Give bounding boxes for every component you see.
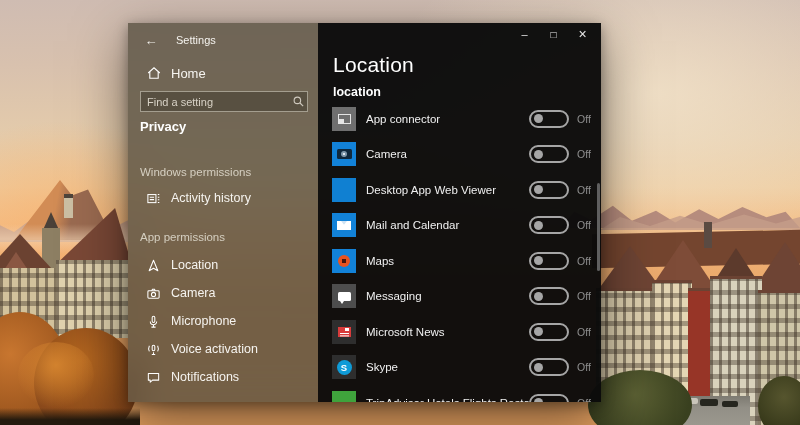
mail-calendar-icon [332, 213, 356, 237]
toggle-messaging[interactable] [529, 287, 569, 305]
section-header-windows-permissions: Windows permissions [140, 166, 251, 178]
sidebar-item-label: Notifications [171, 370, 239, 384]
app-name: Maps [366, 255, 529, 267]
chimney [64, 194, 73, 218]
app-row-maps: Maps Off [332, 243, 597, 279]
app-row-tripadvisor: TripAdvisor Hotels Flights Restaurants O… [332, 385, 597, 402]
toggle-mail-and-calendar[interactable] [529, 216, 569, 234]
app-name: TripAdvisor Hotels Flights Restaurants [366, 397, 529, 402]
toggle-knob [534, 398, 543, 402]
toggle-knob [534, 292, 543, 301]
notifications-icon [145, 369, 162, 386]
app-row-desktop-app-web-viewer: Desktop App Web Viewer Off [332, 172, 597, 208]
chimney-right [704, 222, 712, 248]
toggle-state-label: Off [577, 255, 597, 267]
search-box[interactable] [140, 91, 308, 112]
parked-car-1 [700, 399, 718, 406]
sidebar-item-notifications[interactable]: Notifications [128, 363, 318, 391]
app-name: Mail and Calendar [366, 219, 529, 231]
sidebar-titlebar: ← Settings [128, 23, 318, 57]
shadow-bottom-left [0, 408, 140, 425]
minimize-button[interactable]: – [510, 25, 539, 43]
settings-main-pane: – □ × Location location App connector Of… [318, 23, 601, 402]
app-row-messaging: Messaging Off [332, 279, 597, 315]
desktop-app-web-viewer-icon [332, 178, 356, 202]
sidebar-item-location[interactable]: Location [128, 251, 318, 279]
tripadvisor-icon [332, 391, 356, 402]
toggle-skype[interactable] [529, 358, 569, 376]
toggle-knob [534, 185, 543, 194]
app-row-camera: Camera Off [332, 137, 597, 173]
toggle-state-label: Off [577, 326, 597, 338]
toggle-state-label: Off [577, 219, 597, 231]
sidebar-item-label: Location [171, 258, 218, 272]
maximize-icon: □ [550, 29, 556, 40]
window-title: Settings [176, 34, 216, 46]
sidebar-item-label: Home [171, 66, 206, 81]
section-header-app-permissions: App permissions [140, 231, 225, 243]
app-row-mail-and-calendar: Mail and Calendar Off [332, 208, 597, 244]
app-row-app-connector: App connector Off [332, 101, 597, 137]
close-button[interactable]: × [568, 25, 597, 43]
back-arrow-icon: ← [145, 33, 158, 48]
sidebar-item-microphone[interactable]: Microphone [128, 307, 318, 335]
toggle-desktop-app-web-viewer[interactable] [529, 181, 569, 199]
microsoft-news-icon [332, 320, 356, 344]
toggle-state-label: Off [577, 361, 597, 373]
settings-window: ← Settings Home Privacy Windows permissi… [128, 23, 601, 402]
toggle-knob [534, 221, 543, 230]
toggle-microsoft-news[interactable] [529, 323, 569, 341]
messaging-icon [332, 284, 356, 308]
app-name: Camera [366, 148, 529, 160]
app-name: Microsoft News [366, 326, 529, 338]
building-left-2 [56, 260, 130, 338]
autumn-tree-left-highlight [18, 342, 94, 408]
sidebar-item-voice-activation[interactable]: Voice activation [128, 335, 318, 363]
window-controls: – □ × [510, 25, 597, 43]
toggle-knob [534, 327, 543, 336]
sidebar-item-label: Activity history [171, 191, 251, 205]
camera-app-icon [332, 142, 356, 166]
toggle-state-label: Off [577, 397, 597, 402]
toggle-maps[interactable] [529, 252, 569, 270]
page-subtitle: location [333, 85, 381, 99]
app-row-skype: S Skype Off [332, 350, 597, 386]
sidebar-item-label: Microphone [171, 314, 236, 328]
minimize-icon: – [521, 28, 527, 40]
toggle-app-connector[interactable] [529, 110, 569, 128]
app-name: Skype [366, 361, 529, 373]
settings-category-label: Privacy [140, 119, 186, 134]
skype-icon: S [332, 355, 356, 379]
activity-history-icon [145, 190, 162, 207]
app-name: App connector [366, 113, 529, 125]
toggle-knob [534, 363, 543, 372]
page-title: Location [333, 53, 414, 77]
maximize-button[interactable]: □ [539, 25, 568, 43]
sidebar-item-label: Voice activation [171, 342, 258, 356]
location-icon [145, 257, 162, 274]
toggle-state-label: Off [577, 290, 597, 302]
sidebar-item-activity-history[interactable]: Activity history [128, 184, 318, 212]
sidebar-item-camera[interactable]: Camera [128, 279, 318, 307]
maps-icon [332, 249, 356, 273]
toggle-state-label: Off [577, 148, 597, 160]
search-icon [289, 95, 307, 108]
camera-icon [145, 285, 162, 302]
close-icon: × [578, 26, 586, 42]
home-icon [145, 65, 162, 82]
parked-car-2 [722, 401, 738, 407]
search-input[interactable] [141, 96, 289, 108]
toggle-knob [534, 114, 543, 123]
app-name: Messaging [366, 290, 529, 302]
toggle-camera[interactable] [529, 145, 569, 163]
scrollbar-thumb[interactable] [597, 183, 600, 271]
voice-activation-icon [145, 341, 162, 358]
toggle-tripadvisor[interactable] [529, 394, 569, 402]
app-connector-icon [332, 107, 356, 131]
toggle-knob [534, 256, 543, 265]
toggle-state-label: Off [577, 113, 597, 125]
app-permission-list: App connector Off Camera Off Desktop App… [332, 101, 597, 402]
microphone-icon [145, 313, 162, 330]
back-button[interactable]: ← [136, 27, 166, 53]
sidebar-item-home[interactable]: Home [128, 59, 318, 87]
